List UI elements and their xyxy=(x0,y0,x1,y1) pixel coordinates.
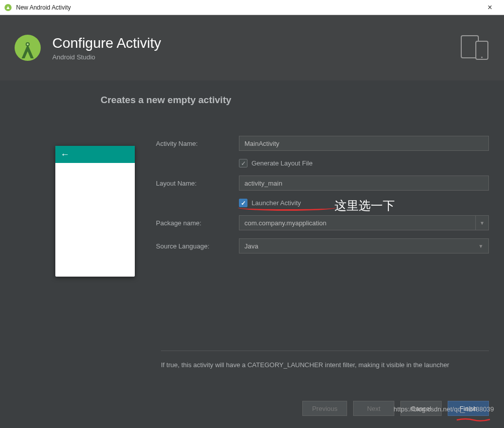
header-text-block: Configure Activity Android Studio xyxy=(52,35,161,61)
generate-layout-label: Generate Layout File xyxy=(251,159,312,167)
devices-icon xyxy=(461,35,489,62)
window-title: New Android Activity xyxy=(16,4,480,11)
wizard-subtitle: Android Studio xyxy=(52,53,161,61)
close-icon[interactable]: × xyxy=(480,3,500,12)
wizard-footer: If true, this activity will have a CATEG… xyxy=(0,351,504,428)
dropdown-arrow-icon[interactable]: ▼ xyxy=(475,216,488,230)
section-title: Creates a new empty activity xyxy=(0,95,504,106)
package-name-dropdown[interactable]: com.company.myapplication ▼ xyxy=(239,215,489,230)
source-language-label: Source Language: xyxy=(156,242,239,250)
window-titlebar: New Android Activity × xyxy=(0,0,504,15)
finish-button[interactable]: Finish xyxy=(448,401,489,416)
red-scribble-annotation xyxy=(456,418,491,422)
previous-button[interactable]: Previous xyxy=(302,401,347,416)
preview-appbar: ← xyxy=(55,146,135,163)
launcher-activity-checkbox[interactable]: ✓ xyxy=(239,199,247,207)
layout-name-label: Layout Name: xyxy=(156,180,239,187)
package-name-value: com.company.myapplication xyxy=(239,216,475,230)
launcher-activity-label: Launcher Activity xyxy=(251,199,301,207)
source-language-value: Java xyxy=(244,242,258,250)
activity-name-label: Activity Name: xyxy=(156,140,239,147)
svg-point-6 xyxy=(481,57,483,58)
source-language-dropdown[interactable]: Java ▼ xyxy=(239,238,489,253)
package-name-label: Package name: xyxy=(156,219,239,227)
cancel-button[interactable]: Cancel xyxy=(400,401,442,416)
footer-divider xyxy=(161,351,489,351)
help-text: If true, this activity will have a CATEG… xyxy=(161,360,458,371)
button-row: Previous Next Cancel Finish xyxy=(15,401,489,416)
android-studio-logo-icon xyxy=(14,34,41,61)
wizard-title: Configure Activity xyxy=(52,35,161,51)
layout-name-input[interactable] xyxy=(239,176,489,191)
svg-point-3 xyxy=(27,43,29,45)
next-button[interactable]: Next xyxy=(353,401,394,416)
chinese-annotation: 这里选一下 xyxy=(334,198,395,214)
activity-preview: ← xyxy=(55,146,135,277)
wizard-content: ← Activity Name: ✓ Generate Layout File … xyxy=(0,121,504,277)
android-studio-icon xyxy=(4,4,12,12)
activity-name-input[interactable] xyxy=(239,136,489,151)
red-underline-annotation xyxy=(238,208,336,211)
dropdown-arrow-icon: ▼ xyxy=(478,243,483,249)
wizard-header: Configure Activity Android Studio xyxy=(0,15,504,80)
config-form: Activity Name: ✓ Generate Layout File La… xyxy=(135,136,489,277)
back-arrow-icon: ← xyxy=(60,149,69,160)
generate-layout-checkbox[interactable]: ✓ xyxy=(239,159,247,167)
